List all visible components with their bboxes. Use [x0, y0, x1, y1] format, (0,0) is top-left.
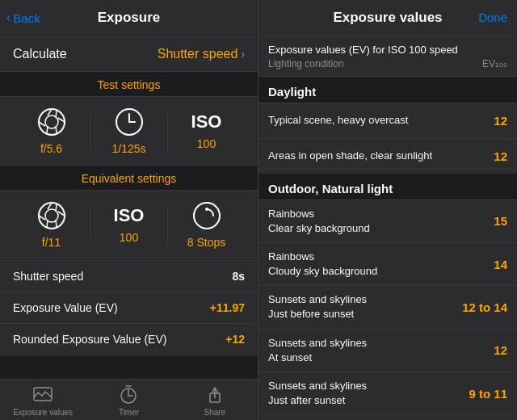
svg-line-18: [56, 204, 57, 212]
stat-ev-value: +11.97: [210, 301, 245, 314]
stat-shutter-label: Shutter speed: [13, 270, 83, 283]
ev-section-daylight: Daylight: [258, 77, 517, 103]
ev-item-1-4: Sunsets and skylinesJust after sunset 9 …: [258, 372, 517, 414]
calculate-label: Calculate: [13, 47, 67, 61]
ev-item-1-1: RainbowsCloudy sky background 14: [258, 242, 517, 285]
ev-item-1-5: The Moon - Full 15: [258, 414, 517, 420]
ev-item-1-2-val: 12 to 14: [462, 300, 507, 314]
test-settings-header: Test settings: [0, 72, 258, 96]
svg-line-17: [47, 220, 48, 227]
test-settings-icons-row: f/5.6 1/125s ISO 100: [0, 97, 258, 165]
clock-icon: [114, 107, 145, 137]
ev-item-0-1-val: 12: [475, 149, 507, 163]
done-button[interactable]: Done: [478, 10, 507, 24]
back-button[interactable]: ‹ Back: [6, 10, 40, 25]
svg-point-20: [205, 208, 208, 211]
equiv-stops-label: 8 Stops: [187, 236, 225, 249]
equiv-aperture-label: f/11: [42, 236, 61, 249]
tab-timer[interactable]: Timer: [86, 384, 171, 417]
bottom-tabs: Exposure values Timer Share: [0, 379, 258, 420]
tab-timer-label: Timer: [119, 408, 139, 417]
svg-point-19: [194, 203, 220, 229]
ev-section-outdoor: Outdoor, Natural light: [258, 174, 517, 200]
ev-item-1-1-desc: RainbowsCloudy sky background: [268, 250, 475, 279]
stat-rev-label: Rounded Exposure Value (EV): [13, 333, 166, 346]
stat-shutter-value: 8s: [232, 270, 245, 283]
equiv-settings-group: f/11 ISO 100 8 Stops: [0, 190, 258, 259]
left-title: Exposure: [98, 10, 160, 26]
calculate-value-row: Shutter speed ›: [158, 47, 245, 61]
right-panel: Exposure values Done Exposure values (EV…: [258, 0, 517, 420]
ev-item-0-0: Typical scene, heavy overcast 12: [258, 103, 517, 138]
calculate-row[interactable]: Calculate Shutter speed ›: [0, 36, 258, 72]
timer-icon: [118, 384, 139, 405]
ev-lighting-label: Lighting condition: [268, 58, 343, 69]
ev-item-1-4-desc: Sunsets and skylinesJust after sunset: [268, 379, 469, 408]
test-shutter-cell[interactable]: 1/125s: [90, 107, 167, 155]
back-label: Back: [13, 11, 40, 25]
ev-item-1-4-val: 9 to 11: [469, 387, 507, 401]
ev-item-1-3-desc: Sunsets and skylinesAt sunset: [268, 336, 475, 365]
ev-item-0-0-val: 12: [475, 114, 507, 128]
stat-row-ev: Exposure Value (EV) +11.97: [0, 292, 258, 324]
ev-info: Exposure values (EV) for ISO 100 speed L…: [258, 36, 517, 77]
ev-item-1-0-desc: RainbowsClear sky background: [268, 207, 475, 236]
equiv-settings-icons-row: f/11 ISO 100 8 Stops: [0, 191, 258, 258]
ev-info-line1: Exposure values (EV) for ISO 100 speed: [268, 42, 507, 58]
left-panel: ‹ Back Exposure Calculate Shutter speed …: [0, 0, 258, 420]
equiv-iso-cell[interactable]: ISO 100: [90, 205, 167, 244]
test-iso-label: 100: [197, 137, 216, 150]
equiv-iso-label: 100: [120, 231, 138, 244]
circle-stops-icon: [191, 200, 222, 231]
back-chevron-icon: ‹: [6, 10, 11, 25]
stat-row-shutter: Shutter speed 8s: [0, 261, 258, 292]
ev-item-1-0: RainbowsClear sky background 15: [258, 200, 517, 242]
ev-info-line2: Lighting condition EV₁₀₀: [268, 58, 507, 69]
stat-ev-label: Exposure Value (EV): [13, 301, 118, 314]
svg-point-0: [39, 109, 65, 135]
aperture-icon: [36, 107, 67, 137]
ev-item-0-1: Areas in open shade, clear sunlight 12: [258, 138, 517, 174]
ev-item-1-3-val: 12: [475, 343, 507, 357]
svg-line-6: [47, 126, 48, 133]
image-icon: [32, 384, 53, 405]
ev-item-1-1-val: 14: [475, 258, 507, 271]
ev-item-0-1-desc: Areas in open shade, clear sunlight: [268, 149, 475, 163]
svg-point-11: [39, 203, 65, 229]
equiv-stops-cell[interactable]: 8 Stops: [168, 200, 245, 249]
ev-scroll-area[interactable]: Daylight Typical scene, heavy overcast 1…: [258, 77, 517, 421]
test-iso-text: ISO: [191, 111, 222, 132]
stats-group: Shutter speed 8s Exposure Value (EV) +11…: [0, 260, 258, 355]
ev-item-1-2: Sunsets and skylinesJust before sunset 1…: [258, 285, 517, 328]
calculate-value: Shutter speed: [158, 47, 238, 61]
ev-item-1-3: Sunsets and skylinesAt sunset 12: [258, 329, 517, 372]
svg-line-15: [56, 220, 57, 227]
test-aperture-cell[interactable]: f/5.6: [13, 107, 90, 155]
svg-line-4: [56, 126, 57, 133]
test-settings-group: f/5.6 1/125s ISO 100: [0, 96, 258, 166]
test-aperture-label: f/5.6: [40, 142, 62, 155]
ev-item-0-0-desc: Typical scene, heavy overcast: [268, 113, 475, 128]
ev-item-1-2-desc: Sunsets and skylinesJust before sunset: [268, 292, 462, 321]
right-title: Exposure values: [333, 10, 442, 26]
tab-exposure-label: Exposure values: [13, 408, 73, 417]
equiv-aperture-cell[interactable]: f/11: [13, 200, 90, 249]
tab-share-label: Share: [204, 408, 225, 417]
equiv-aperture-icon: [36, 200, 67, 231]
ev-item-1-0-val: 15: [475, 214, 507, 228]
stat-rev-value: +12: [225, 333, 245, 346]
test-shutter-label: 1/125s: [111, 142, 145, 155]
right-navbar: Exposure values Done: [258, 0, 517, 36]
stat-row-rev: Rounded Exposure Value (EV) +12: [0, 324, 258, 355]
svg-line-7: [56, 111, 57, 118]
equiv-iso-text: ISO: [114, 205, 145, 226]
ev-lighting-value: EV₁₀₀: [482, 58, 507, 69]
chevron-right-icon: ›: [241, 48, 245, 61]
left-navbar: ‹ Back Exposure: [0, 0, 258, 36]
tab-exposure-values[interactable]: Exposure values: [0, 384, 86, 417]
equiv-settings-header: Equivalent settings: [0, 166, 258, 190]
test-iso-cell[interactable]: ISO 100: [168, 111, 245, 150]
tab-share[interactable]: Share: [172, 384, 258, 417]
share-icon: [204, 384, 225, 405]
